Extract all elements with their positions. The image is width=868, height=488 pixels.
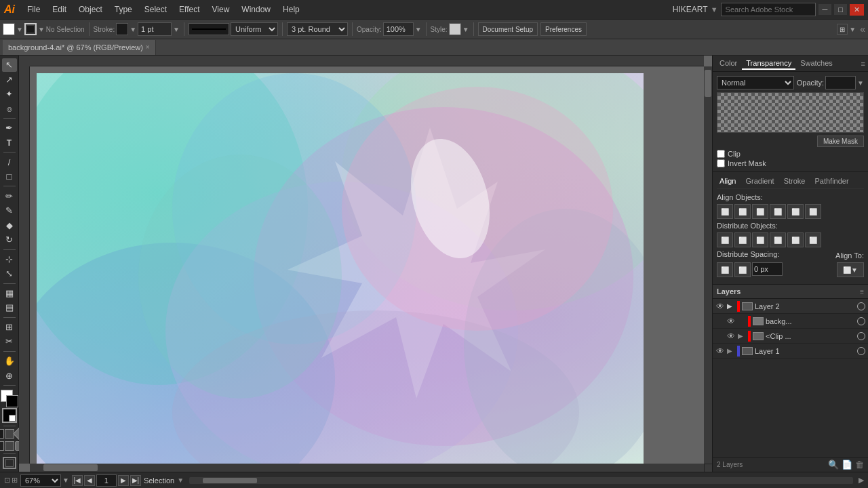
h-scroll-thumb[interactable] [43, 464, 98, 471]
menu-edit[interactable]: Edit [47, 3, 72, 16]
minimize-button[interactable]: ─ [818, 4, 832, 15]
menu-effect[interactable]: Effect [174, 3, 205, 16]
dist-left-btn[interactable]: ⬜ [717, 232, 733, 247]
clip-target[interactable] [857, 332, 865, 340]
screen-mode-2[interactable] [5, 441, 14, 451]
normal-mode-btn[interactable] [0, 429, 4, 439]
layer-1-expand[interactable]: ▶ [727, 347, 735, 355]
close-button[interactable]: ✕ [850, 4, 864, 16]
menu-file[interactable]: File [22, 3, 45, 16]
doc-setup-button[interactable]: Document Setup [478, 22, 538, 36]
rotate-tool[interactable]: ↻ [2, 233, 17, 247]
align-right-btn[interactable]: ⬜ [752, 204, 768, 219]
magic-wand-tool[interactable]: ✦ [2, 87, 17, 101]
next-page-btn[interactable]: ▶ [118, 475, 129, 486]
opacity-input[interactable] [383, 22, 414, 36]
stroke-color-swatch[interactable] [116, 23, 128, 35]
slice-tool[interactable]: ✂ [2, 335, 17, 348]
tab-swatches[interactable]: Swatches [796, 58, 837, 70]
prev-page-btn[interactable]: ◀ [84, 475, 95, 486]
preferences-button[interactable]: Preferences [540, 22, 587, 36]
style-swatch[interactable] [449, 23, 461, 35]
warp-tool[interactable]: ⊹ [2, 253, 17, 266]
layer-2-target[interactable] [857, 302, 865, 310]
pencil-tool[interactable]: ✎ [2, 204, 17, 218]
menu-window[interactable]: Window [236, 3, 276, 16]
selection-tool[interactable]: ↖ [2, 58, 17, 72]
stroke-line-display[interactable] [189, 23, 229, 35]
lasso-tool[interactable]: ⌾ [2, 102, 17, 116]
type-tool[interactable]: T [2, 136, 17, 150]
layer-row-2[interactable]: 👁 ▶ Layer 2 [713, 299, 868, 314]
maximize-button[interactable]: □ [834, 4, 847, 15]
eraser-tool[interactable]: ◆ [2, 218, 17, 232]
horizontal-scroll-status[interactable] [189, 477, 853, 484]
tab-color[interactable]: Color [715, 58, 741, 70]
layer-row-backg[interactable]: 👁 backg... [713, 314, 868, 329]
tab-transparency[interactable]: Transparency [742, 58, 795, 70]
menu-view[interactable]: View [207, 3, 235, 16]
opacity-value-input[interactable]: 100% [825, 76, 856, 89]
vertical-scrollbar[interactable] [704, 66, 712, 464]
layer-1-target[interactable] [857, 347, 865, 355]
first-page-btn[interactable]: |◀ [72, 475, 83, 486]
page-number-input[interactable] [96, 474, 117, 487]
pen-tool[interactable]: ✒ [2, 121, 17, 135]
dist-center-v-btn[interactable]: ⬜ [787, 232, 804, 247]
menu-type[interactable]: Type [109, 3, 138, 16]
zoom-tool[interactable]: ⊕ [2, 369, 17, 382]
tab-close-button[interactable]: × [146, 43, 150, 51]
h-status-thumb[interactable] [203, 478, 257, 483]
artboard-tool[interactable]: ⊞ [2, 321, 17, 334]
horizontal-scrollbar[interactable] [30, 464, 704, 472]
dist-center-h-btn[interactable]: ⬜ [734, 232, 751, 247]
layers-menu-button[interactable]: ≡ [860, 288, 864, 296]
layer-1-visibility[interactable]: 👁 [715, 346, 725, 356]
clip-checkbox[interactable] [717, 150, 725, 158]
layer-2-visibility[interactable]: 👁 [715, 302, 725, 311]
layer-row-1[interactable]: 👁 ▶ Layer 1 [713, 344, 868, 359]
panel-menu-icon[interactable]: ≡ [861, 60, 865, 68]
preview-mode-indicator[interactable]: ⊞ [12, 476, 18, 485]
stroke-weight-input[interactable] [138, 22, 172, 36]
stroke-tab[interactable]: Stroke [781, 176, 808, 186]
dist-top-btn[interactable]: ⬜ [770, 232, 786, 247]
direct-select-tool[interactable]: ↗ [2, 73, 17, 87]
screen-mode-1[interactable] [0, 441, 4, 451]
screen-mode-indicator[interactable]: ⊡ [4, 476, 10, 485]
blend-mode-select[interactable]: Normal [717, 76, 794, 89]
hand-tool[interactable]: ✋ [2, 354, 17, 368]
view-mode-btn[interactable] [3, 457, 16, 469]
clip-expand[interactable]: ▶ [738, 332, 746, 340]
scale-tool[interactable]: ⤡ [2, 267, 17, 281]
align-to-select[interactable]: ⬜▼ [837, 262, 864, 277]
dist-right-btn[interactable]: ⬜ [752, 232, 768, 247]
stroke-cap-select[interactable]: 3 pt. Round [287, 22, 348, 36]
active-color-square[interactable] [2, 408, 17, 423]
paintbrush-tool[interactable]: ✏ [2, 189, 17, 203]
background-color[interactable] [6, 395, 18, 407]
stroke-type-select[interactable]: Uniform [231, 22, 278, 36]
layer-row-clip[interactable]: 👁 ▶ <Clip ... [713, 329, 868, 344]
graph-tool[interactable]: ▦ [2, 287, 17, 300]
menu-object[interactable]: Object [73, 3, 108, 16]
zoom-select[interactable]: 67% 50% 100% 150% 200% [20, 474, 61, 487]
canvas-inner[interactable] [30, 66, 704, 464]
last-page-btn[interactable]: ▶| [130, 475, 141, 486]
make-mask-button[interactable]: Make Mask [817, 136, 864, 147]
align-left-btn[interactable]: ⬜ [717, 204, 733, 219]
backg-visibility[interactable]: 👁 [726, 317, 736, 326]
gradient-tab[interactable]: Gradient [743, 176, 776, 186]
dist-bottom-btn[interactable]: ⬜ [805, 232, 821, 247]
align-tab[interactable]: Align [717, 176, 738, 186]
spacing-value-input[interactable] [752, 262, 783, 276]
column-graph-tool[interactable]: ▤ [2, 301, 17, 314]
search-input[interactable] [721, 3, 816, 16]
rect-tool[interactable]: □ [2, 170, 17, 184]
status-right-arrow[interactable]: ▶ [859, 476, 864, 485]
document-tab[interactable]: background-4.ai* @ 67% (RGB/Preview) × [3, 40, 156, 55]
align-bottom-btn[interactable]: ⬜ [805, 204, 821, 219]
line-tool[interactable]: / [2, 155, 17, 169]
workspace-icon[interactable]: ⊞ [837, 24, 848, 35]
panel-collapse-btn[interactable]: « [860, 24, 865, 35]
